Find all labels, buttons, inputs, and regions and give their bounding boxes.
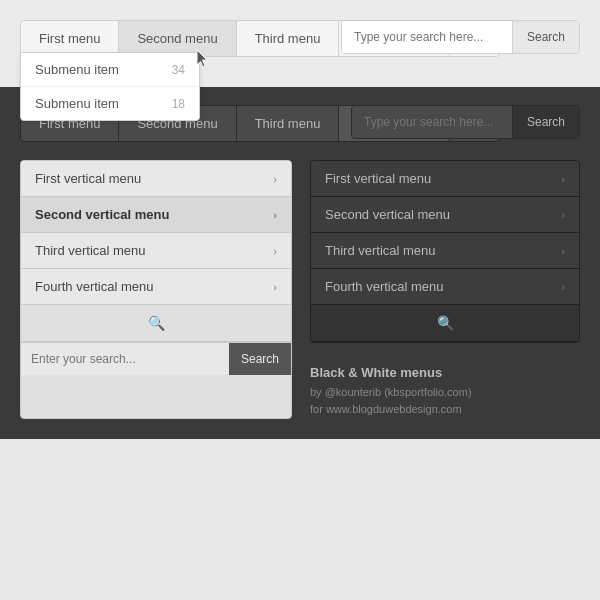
- vmenu-left-item-1[interactable]: First vertical menu ›: [21, 161, 291, 197]
- attribution-block: Black & White menus by @kounterib (kbspo…: [310, 363, 580, 419]
- light-nav-item-second[interactable]: Second menu: [119, 21, 236, 56]
- dropdown-item-label-1: Submenu item: [35, 62, 119, 77]
- attribution-line1: by @kounterib (kbsportfolio.com): [310, 384, 580, 402]
- light-search-bar: Search: [341, 20, 580, 54]
- light-section: First menu Second menu Third menu Fourth…: [0, 0, 600, 87]
- dropdown-badge-1: 34: [172, 63, 185, 77]
- vmenu-left-label-3: Third vertical menu: [35, 243, 146, 258]
- light-nav-item-third[interactable]: Third menu: [237, 21, 340, 56]
- vmenu-right-arrow-4: ›: [561, 281, 565, 293]
- vmenu-left-input-row: Search: [21, 342, 291, 375]
- vmenu-left-search-button[interactable]: Search: [229, 343, 291, 375]
- vmenu-left-search-input[interactable]: [21, 343, 229, 375]
- dropdown-item-2[interactable]: Submenu item 18: [21, 87, 199, 120]
- vmenu-left-item-2[interactable]: Second vertical menu ›: [21, 197, 291, 233]
- dark-search-input[interactable]: [352, 106, 512, 138]
- vmenu-left-arrow-2: ›: [273, 209, 277, 221]
- light-search-button[interactable]: Search: [512, 21, 579, 53]
- vmenu-right-search-icon-row[interactable]: 🔍: [311, 305, 579, 342]
- dark-search-button[interactable]: Search: [512, 106, 579, 138]
- vmenu-right-label-1: First vertical menu: [325, 171, 431, 186]
- vmenu-right-arrow-1: ›: [561, 173, 565, 185]
- vmenu-left-label-1: First vertical menu: [35, 171, 141, 186]
- vmenu-left-arrow-3: ›: [273, 245, 277, 257]
- vmenu-left-search-icon-row[interactable]: 🔍: [21, 305, 291, 342]
- vmenu-left-search-icon: 🔍: [148, 315, 165, 331]
- attribution-line2: for www.blogduwebdesign.com: [310, 401, 580, 419]
- vmenu-right-label-4: Fourth vertical menu: [325, 279, 444, 294]
- vmenu-left-item-3[interactable]: Third vertical menu ›: [21, 233, 291, 269]
- vmenu-left-label-4: Fourth vertical menu: [35, 279, 154, 294]
- vmenu-right-label-2: Second vertical menu: [325, 207, 450, 222]
- dark-nav-item-third[interactable]: Third menu: [237, 106, 340, 141]
- dropdown-menu: Submenu item 34 Submenu item 18: [20, 52, 200, 121]
- vmenu-right: First vertical menu › Second vertical me…: [310, 160, 580, 343]
- vmenu-right-arrow-3: ›: [561, 245, 565, 257]
- dark-search-bar: Search: [351, 105, 580, 139]
- dropdown-item-1[interactable]: Submenu item 34: [21, 53, 199, 87]
- vmenu-left-label-2: Second vertical menu: [35, 207, 169, 222]
- vmenu-right-item-4[interactable]: Fourth vertical menu ›: [311, 269, 579, 305]
- vmenu-left-item-4[interactable]: Fourth vertical menu ›: [21, 269, 291, 305]
- vmenu-left-arrow-1: ›: [273, 173, 277, 185]
- vertical-menus-row: First vertical menu › Second vertical me…: [20, 160, 580, 419]
- vmenu-right-item-1[interactable]: First vertical menu ›: [311, 161, 579, 197]
- dropdown-badge-2: 18: [172, 97, 185, 111]
- vmenu-right-item-2[interactable]: Second vertical menu ›: [311, 197, 579, 233]
- vmenu-right-search-icon: 🔍: [437, 315, 454, 331]
- light-nav-item-first[interactable]: First menu: [21, 21, 119, 56]
- attribution-title: Black & White menus: [310, 363, 580, 384]
- vmenu-left-arrow-4: ›: [273, 281, 277, 293]
- vmenu-left: First vertical menu › Second vertical me…: [20, 160, 292, 419]
- vmenu-right-arrow-2: ›: [561, 209, 565, 221]
- light-search-input[interactable]: [342, 21, 512, 53]
- dropdown-item-label-2: Submenu item: [35, 96, 119, 111]
- vmenu-right-label-3: Third vertical menu: [325, 243, 436, 258]
- vmenu-right-item-3[interactable]: Third vertical menu ›: [311, 233, 579, 269]
- dark-section: First menu Second menu Third menu Fourth…: [0, 87, 600, 439]
